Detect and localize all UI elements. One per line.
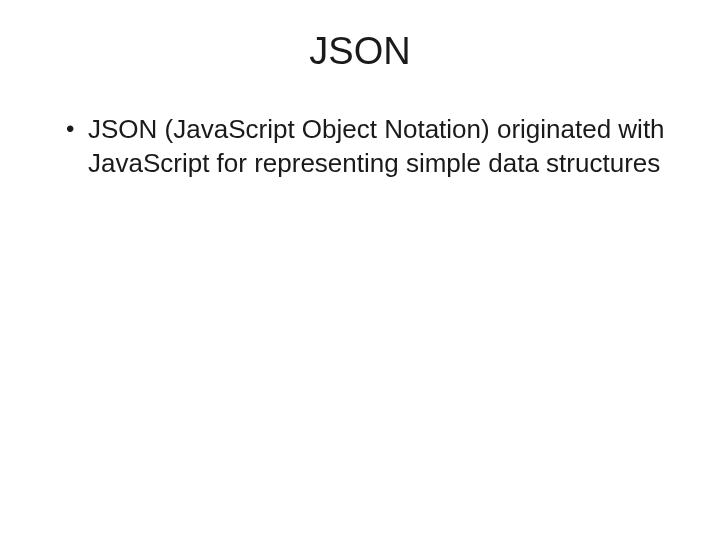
slide-content: JSON (JavaScript Object Notation) origin… bbox=[50, 113, 670, 181]
slide-title: JSON bbox=[50, 30, 670, 73]
bullet-list: JSON (JavaScript Object Notation) origin… bbox=[60, 113, 670, 181]
bullet-item: JSON (JavaScript Object Notation) origin… bbox=[60, 113, 670, 181]
slide-container: JSON JSON (JavaScript Object Notation) o… bbox=[0, 0, 720, 540]
